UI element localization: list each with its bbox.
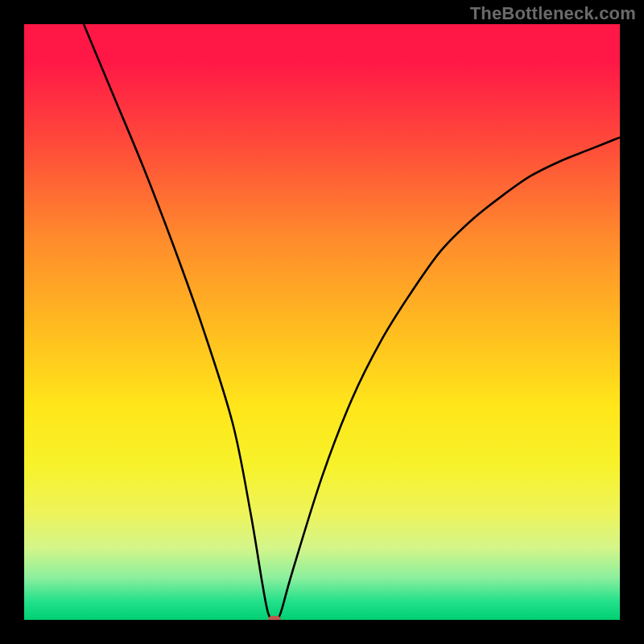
- plot-area: [24, 24, 620, 620]
- curve-path: [84, 24, 620, 620]
- frame: TheBottleneck.com: [0, 0, 644, 644]
- minimum-marker: [268, 616, 281, 620]
- bottleneck-curve: [24, 24, 620, 620]
- watermark-text: TheBottleneck.com: [470, 3, 636, 24]
